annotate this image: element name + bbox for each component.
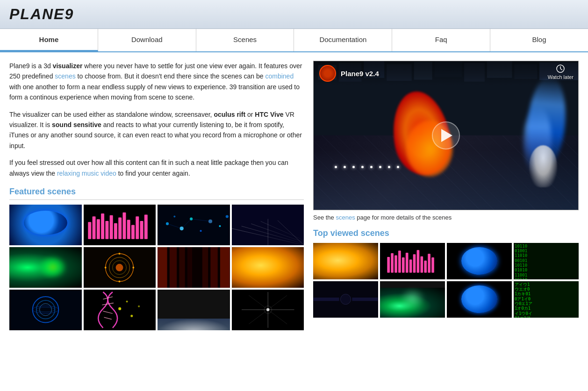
video-title: Plane9 v2.4 xyxy=(341,70,379,78)
nav-download[interactable]: Download xyxy=(98,29,196,51)
svg-rect-44 xyxy=(220,247,230,288)
svg-line-55 xyxy=(104,317,111,319)
svg-line-66 xyxy=(249,295,268,310)
intro-paragraph-3: If you feel stressed out over how all th… xyxy=(9,157,304,178)
top-viewed-grid: 1011001001110100010110110010101100100110 xyxy=(313,243,579,318)
svg-point-21 xyxy=(226,215,229,218)
svg-line-68 xyxy=(249,310,268,324)
svg-rect-6 xyxy=(114,223,117,239)
top-thumb-earth[interactable] xyxy=(447,243,512,279)
svg-point-37 xyxy=(119,252,121,254)
scenes-link-1[interactable]: scenes xyxy=(55,72,75,80)
scene-thumb-blue-particles[interactable] xyxy=(158,205,230,245)
svg-point-36 xyxy=(105,266,107,268)
nav-blog[interactable]: Blog xyxy=(490,29,588,51)
combined-link[interactable]: combined xyxy=(265,72,294,80)
svg-rect-95 xyxy=(428,254,430,273)
top-thumb-green-smoke[interactable] xyxy=(380,281,445,318)
scene-thumb-earth[interactable] xyxy=(9,205,82,245)
scene-thumb-clouds[interactable] xyxy=(158,290,230,330)
svg-point-57 xyxy=(126,300,128,302)
relaxing-video-link[interactable]: relaxing music video xyxy=(57,170,116,177)
top-thumb-dark1[interactable] xyxy=(313,281,378,318)
intro-paragraph-1: Plane9 is a 3d visualizer where you neve… xyxy=(9,61,304,103)
svg-point-100 xyxy=(340,294,351,304)
svg-line-54 xyxy=(103,311,112,313)
svg-rect-10 xyxy=(131,225,135,239)
featured-scenes-title: Featured scenes xyxy=(9,187,304,200)
scene-thumb-red-corridor[interactable] xyxy=(158,247,230,288)
svg-rect-2 xyxy=(97,219,100,239)
scene-thumb-equalizer[interactable] xyxy=(84,205,156,245)
header: PLANE9 xyxy=(0,0,588,29)
svg-point-56 xyxy=(118,307,121,310)
svg-line-26 xyxy=(241,226,304,244)
svg-rect-94 xyxy=(424,261,427,273)
svg-rect-8 xyxy=(123,213,126,239)
svg-rect-13 xyxy=(144,214,148,239)
channel-avatar xyxy=(319,65,336,82)
watch-later-label: Watch later xyxy=(548,74,574,80)
scene-thumb-green-smoke[interactable] xyxy=(9,247,82,288)
svg-point-48 xyxy=(36,300,55,319)
svg-rect-86 xyxy=(394,256,397,273)
watch-later-button[interactable]: Watch later xyxy=(548,64,574,80)
svg-line-67 xyxy=(268,295,287,310)
top-thumb-matrix[interactable]: 1011001001110100010110110010101100100110 xyxy=(514,243,579,279)
svg-rect-84 xyxy=(387,257,390,273)
scene-thumb-grid[interactable] xyxy=(232,205,304,245)
nav-documentation[interactable]: Documentation xyxy=(294,29,392,51)
right-column: Plane9 v2.4 Watch later xyxy=(313,61,579,330)
navigation: Home Download Scenes Documentation Faq B… xyxy=(0,29,588,52)
svg-rect-39 xyxy=(158,247,230,288)
scene-thumb-orange-circles[interactable] xyxy=(84,247,156,288)
svg-rect-90 xyxy=(409,260,412,273)
svg-line-22 xyxy=(167,224,182,228)
left-column: Plane9 is a 3d visualizer where you neve… xyxy=(9,61,304,330)
nav-scenes[interactable]: Scenes xyxy=(196,29,294,51)
svg-point-38 xyxy=(119,280,121,282)
svg-rect-42 xyxy=(179,247,185,288)
svg-rect-7 xyxy=(118,218,122,239)
play-button[interactable] xyxy=(432,121,460,149)
svg-point-18 xyxy=(200,230,202,232)
svg-line-69 xyxy=(268,310,287,324)
scene-thumb-blue-rings[interactable] xyxy=(9,290,82,330)
featured-scenes-grid xyxy=(9,205,304,330)
svg-rect-11 xyxy=(136,216,139,239)
svg-point-34 xyxy=(116,263,123,271)
svg-line-24 xyxy=(191,219,210,221)
svg-line-23 xyxy=(182,219,191,228)
scenes-link-caption[interactable]: scenes xyxy=(336,214,355,221)
svg-rect-88 xyxy=(402,257,405,273)
svg-rect-4 xyxy=(106,221,109,239)
top-viewed-title: Top viewed scenes xyxy=(313,228,579,238)
top-thumb-golden[interactable] xyxy=(313,243,378,279)
svg-point-59 xyxy=(138,305,140,307)
svg-rect-92 xyxy=(417,250,420,273)
svg-point-15 xyxy=(173,215,175,217)
svg-rect-0 xyxy=(88,222,92,239)
main-content: Plane9 is a 3d visualizer where you neve… xyxy=(0,52,588,339)
svg-rect-96 xyxy=(431,257,434,273)
scene-thumb-golden-sphere[interactable] xyxy=(232,247,304,288)
svg-rect-43 xyxy=(187,247,192,288)
svg-point-49 xyxy=(39,304,51,316)
svg-point-58 xyxy=(130,314,133,317)
svg-rect-91 xyxy=(413,254,416,273)
svg-rect-41 xyxy=(170,247,177,288)
nav-home[interactable]: Home xyxy=(0,29,98,51)
top-thumb-pink-eq[interactable] xyxy=(380,243,445,279)
scene-thumb-starburst[interactable] xyxy=(232,290,304,330)
svg-line-83 xyxy=(560,69,562,70)
svg-rect-45 xyxy=(210,247,217,288)
video-player[interactable]: Plane9 v2.4 Watch later xyxy=(313,61,579,210)
top-thumb-earth2[interactable] xyxy=(447,281,512,318)
svg-rect-3 xyxy=(101,213,104,239)
svg-point-14 xyxy=(166,222,169,225)
scene-thumb-pink-dna[interactable] xyxy=(84,290,156,330)
svg-rect-40 xyxy=(158,247,167,288)
svg-rect-46 xyxy=(202,247,208,288)
nav-faq[interactable]: Faq xyxy=(392,29,490,51)
top-thumb-green-matrix[interactable]: アイウ1ウエオ01カキ010ア1イ0ウ0エ1ア1オ0カ1イ1ウ0イ01エ1ア xyxy=(514,281,579,318)
